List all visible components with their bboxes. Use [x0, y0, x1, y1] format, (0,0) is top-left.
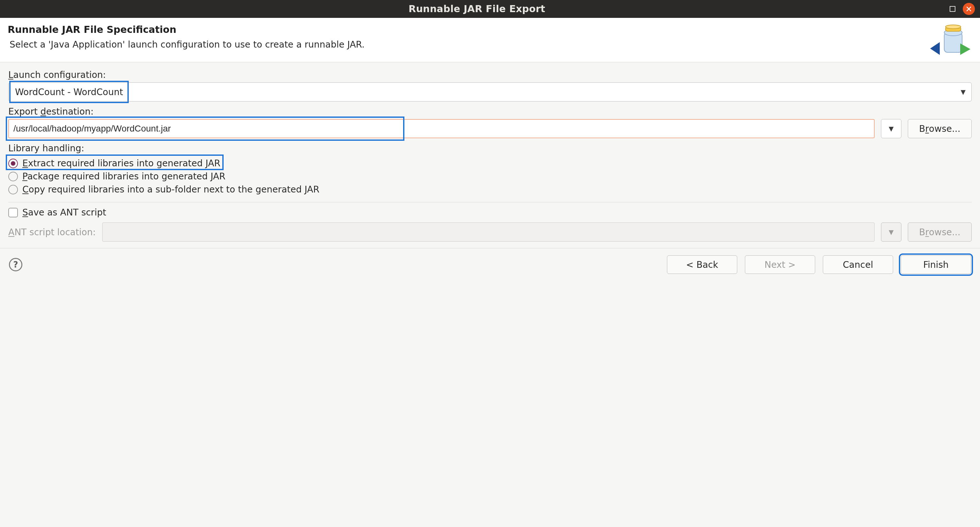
radio-icon: [8, 172, 18, 181]
chevron-down-icon: ▼: [889, 125, 893, 133]
svg-marker-3: [930, 42, 940, 55]
jar-export-icon: [928, 24, 972, 56]
wizard-buttonbar: ? < Back Next > Cancel Finish: [0, 248, 980, 282]
close-button[interactable]: [963, 3, 975, 15]
export-destination-history-button[interactable]: ▼: [881, 119, 901, 138]
window-title: Runnable JAR File Export: [5, 3, 949, 15]
separator: [8, 202, 972, 202]
wizard-body: Launch configuration: WordCount - WordCo…: [0, 62, 980, 248]
help-button[interactable]: ?: [9, 258, 22, 271]
maximize-button[interactable]: [949, 5, 956, 13]
help-icon: ?: [13, 260, 18, 270]
launch-config-value: WordCount - WordCount: [15, 87, 123, 98]
export-destination-input[interactable]: [8, 119, 875, 138]
next-button: Next >: [745, 256, 815, 274]
titlebar: Runnable JAR File Export: [0, 0, 980, 18]
radio-package-libs[interactable]: Package required libraries into generate…: [8, 171, 972, 182]
browse-ant-button: Browse...: [908, 222, 972, 241]
banner-subheading: Select a 'Java Application' launch confi…: [8, 39, 921, 50]
chevron-down-icon: ▼: [889, 228, 893, 236]
radio-extract-label: Extract required libraries into generate…: [22, 158, 220, 169]
chevron-down-icon: ▼: [961, 88, 966, 96]
radio-copy-label: Copy required libraries into a sub-folde…: [22, 184, 320, 195]
ant-script-history-button: ▼: [881, 222, 901, 241]
wizard-banner: Runnable JAR File Specification Select a…: [0, 18, 980, 62]
save-ant-label: Save as ANT script: [22, 207, 106, 218]
export-destination-label: Export destination:: [8, 106, 972, 117]
svg-point-7: [945, 25, 961, 29]
close-icon: [966, 6, 972, 12]
svg-rect-0: [950, 6, 955, 11]
banner-heading: Runnable JAR File Specification: [8, 24, 921, 36]
finish-button[interactable]: Finish: [901, 256, 971, 274]
checkbox-icon: [8, 208, 18, 217]
browse-export-button[interactable]: Browse...: [908, 119, 972, 138]
library-handling-label: Library handling:: [8, 143, 972, 154]
radio-package-label: Package required libraries into generate…: [22, 171, 226, 182]
save-ant-checkbox[interactable]: Save as ANT script: [8, 207, 972, 218]
radio-extract-libs[interactable]: Extract required libraries into generate…: [8, 158, 220, 169]
launch-config-label: Launch configuration:: [8, 69, 972, 81]
radio-icon: [8, 159, 18, 168]
svg-marker-8: [960, 43, 970, 55]
radio-icon: [8, 185, 18, 194]
cancel-button[interactable]: Cancel: [823, 256, 893, 274]
window-controls: [949, 3, 975, 15]
back-button[interactable]: < Back: [667, 256, 737, 274]
radio-copy-libs[interactable]: Copy required libraries into a sub-folde…: [8, 184, 972, 195]
maximize-icon: [949, 6, 956, 12]
ant-script-location-label: ANT script location:: [8, 227, 96, 238]
ant-script-location-input: [102, 222, 875, 241]
launch-config-combo[interactable]: WordCount - WordCount WordCount - WordCo…: [8, 83, 972, 102]
